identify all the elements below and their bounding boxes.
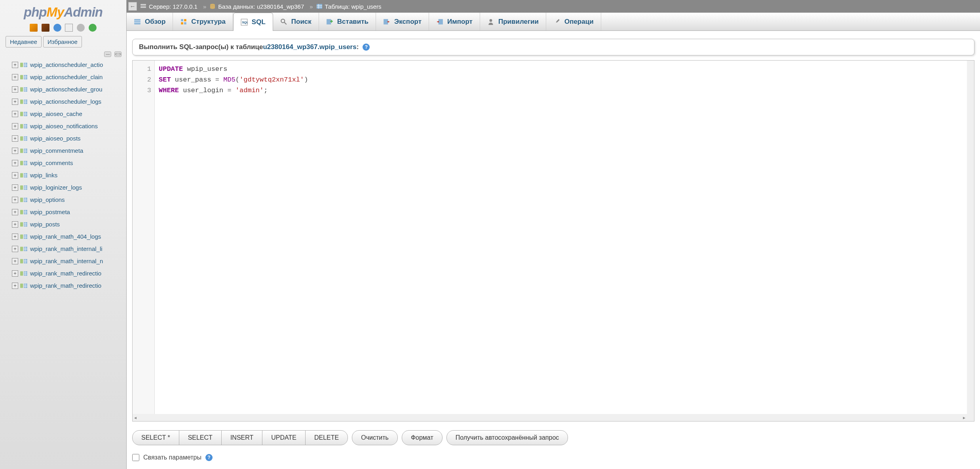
tab-privileges[interactable]: Привилегии: [480, 13, 546, 30]
sql-header-link[interactable]: u2380164_wp367.wpip_users: [263, 43, 356, 51]
table-tree-item[interactable]: +wpip_rank_math_404_logs: [12, 230, 126, 243]
svg-rect-75: [20, 247, 23, 251]
expand-icon[interactable]: +: [12, 111, 18, 117]
table-tree-item[interactable]: +wpip_aioseo_notifications: [12, 120, 126, 132]
nav-recent-tab[interactable]: Недавнее: [6, 36, 42, 47]
table-tree-item[interactable]: +wpip_comments: [12, 157, 126, 169]
expand-icon[interactable]: +: [12, 221, 18, 228]
bc-db-label: База данных:: [218, 3, 255, 10]
insert-button[interactable]: INSERT: [222, 431, 262, 445]
expand-icon[interactable]: +: [12, 62, 18, 68]
sidebar: phpMyAdmin Недавнее Избранное — ⊂⊃ +wpip…: [0, 0, 127, 469]
expand-icon[interactable]: +: [12, 135, 18, 142]
reload-icon[interactable]: [89, 24, 97, 32]
svg-rect-51: [24, 185, 27, 190]
nav-favorite-tab[interactable]: Избранное: [43, 36, 82, 47]
select-star-button[interactable]: SELECT *: [133, 431, 179, 445]
table-tree-item[interactable]: +wpip_postmeta: [12, 206, 126, 218]
table-tree-item[interactable]: +wpip_actionscheduler_grou: [12, 83, 126, 95]
table-tree-item[interactable]: +wpip_rank_math_redirectio: [12, 279, 126, 292]
tab-structure[interactable]: Структура: [173, 13, 233, 30]
table-tree-item[interactable]: +wpip_actionscheduler_logs: [12, 95, 126, 108]
clear-button[interactable]: Очистить: [352, 430, 398, 445]
svg-rect-0: [20, 63, 23, 67]
help-icon[interactable]: ?: [205, 454, 213, 461]
select-button[interactable]: SELECT: [179, 431, 222, 445]
table-tree-item[interactable]: +wpip_aioseo_posts: [12, 132, 126, 144]
expand-icon[interactable]: +: [12, 160, 18, 166]
bc-table[interactable]: Таблица: wpip_users: [316, 3, 382, 10]
expand-icon[interactable]: +: [12, 197, 18, 203]
sql-header-prefix: Выполнить SQL-запрос(ы) к таблице: [139, 43, 263, 51]
expand-icon[interactable]: +: [12, 99, 18, 105]
expand-icon[interactable]: +: [12, 209, 18, 215]
svg-rect-16: [24, 99, 27, 104]
format-button[interactable]: Формат: [402, 430, 443, 445]
expand-icon[interactable]: +: [12, 234, 18, 240]
table-tree-item[interactable]: +wpip_aioseo_cache: [12, 108, 126, 120]
svg-rect-80: [20, 259, 23, 263]
expand-icon[interactable]: +: [12, 172, 18, 178]
table-icon: [20, 197, 28, 203]
docs-icon[interactable]: [65, 24, 73, 32]
tab-import[interactable]: Импорт: [429, 13, 480, 30]
tab-browse[interactable]: Обзор: [127, 13, 173, 30]
bc-sep: »: [203, 3, 206, 10]
scroll-right-icon[interactable]: ►: [961, 416, 967, 420]
table-tree-item[interactable]: +wpip_rank_math_internal_li: [12, 243, 126, 255]
expand-icon[interactable]: +: [12, 270, 18, 277]
table-name: wpip_rank_math_redirectio: [30, 282, 101, 289]
table-tree-item[interactable]: +wpip_actionscheduler_actio: [12, 59, 126, 71]
link-icon[interactable]: ⊂⊃: [114, 51, 122, 57]
expand-icon[interactable]: +: [12, 258, 18, 264]
tab-insert[interactable]: Вставить: [319, 13, 376, 30]
expand-icon[interactable]: +: [12, 86, 18, 93]
table-tree-item[interactable]: +wpip_rank_math_redirectio: [12, 267, 126, 279]
expand-icon[interactable]: +: [12, 283, 18, 289]
expand-icon[interactable]: +: [12, 246, 18, 252]
delete-button[interactable]: DELETE: [306, 431, 348, 445]
svg-rect-11: [24, 87, 27, 91]
settings-icon[interactable]: [77, 24, 85, 32]
svg-rect-40: [20, 161, 23, 165]
editor-hscroll[interactable]: ◄►: [133, 414, 967, 421]
logout-icon[interactable]: [42, 24, 49, 32]
logo[interactable]: phpMyAdmin: [0, 0, 126, 22]
expand-icon[interactable]: +: [12, 74, 18, 80]
bc-database[interactable]: База данных: u2380164_wp367: [209, 3, 304, 10]
sql-editor[interactable]: 1 2 3 UPDATE wpip_usersSET user_pass = M…: [132, 60, 974, 422]
table-name: wpip_aioseo_notifications: [30, 123, 98, 129]
bc-server[interactable]: Сервер: 127.0.0.1: [140, 3, 198, 10]
update-button[interactable]: UPDATE: [262, 431, 306, 445]
tab-operations[interactable]: Операци: [546, 13, 601, 30]
table-tree-item[interactable]: +wpip_commentmeta: [12, 144, 126, 157]
table-tree-item[interactable]: +wpip_loginizer_logs: [12, 181, 126, 194]
editor-vscroll[interactable]: [967, 61, 974, 421]
tab-export[interactable]: Экспорт: [376, 13, 429, 30]
collapse-sidebar-icon[interactable]: ←: [128, 2, 137, 11]
table-tree-item[interactable]: +wpip_actionscheduler_clain: [12, 71, 126, 83]
table-tree-item[interactable]: +wpip_options: [12, 194, 126, 206]
expand-icon[interactable]: +: [12, 148, 18, 154]
table-icon: [20, 184, 28, 191]
collapse-all-icon[interactable]: —: [104, 51, 111, 57]
help-icon[interactable]: ?: [363, 44, 370, 51]
expand-icon[interactable]: +: [12, 184, 18, 191]
table-name: wpip_aioseo_cache: [30, 110, 82, 117]
svg-rect-50: [20, 185, 23, 190]
help-icon[interactable]: [53, 24, 61, 32]
autosave-button[interactable]: Получить автосохранённый запрос: [446, 430, 568, 445]
operations-icon: [553, 18, 560, 25]
expand-icon[interactable]: +: [12, 123, 18, 129]
editor-code[interactable]: UPDATE wpip_usersSET user_pass = MD5('gd…: [155, 61, 967, 421]
table-tree-item[interactable]: +wpip_posts: [12, 218, 126, 230]
table-tree-item[interactable]: +wpip_rank_math_internal_n: [12, 255, 126, 267]
bind-params-checkbox[interactable]: [132, 454, 139, 461]
tab-search[interactable]: Поиск: [273, 13, 319, 30]
tab-sql[interactable]: SQLSQL: [233, 13, 273, 31]
table-tree-item[interactable]: +wpip_links: [12, 169, 126, 181]
scroll-left-icon[interactable]: ◄: [133, 416, 138, 420]
svg-rect-91: [24, 283, 27, 288]
table-name: wpip_actionscheduler_clain: [30, 74, 103, 80]
home-icon[interactable]: [30, 24, 38, 32]
